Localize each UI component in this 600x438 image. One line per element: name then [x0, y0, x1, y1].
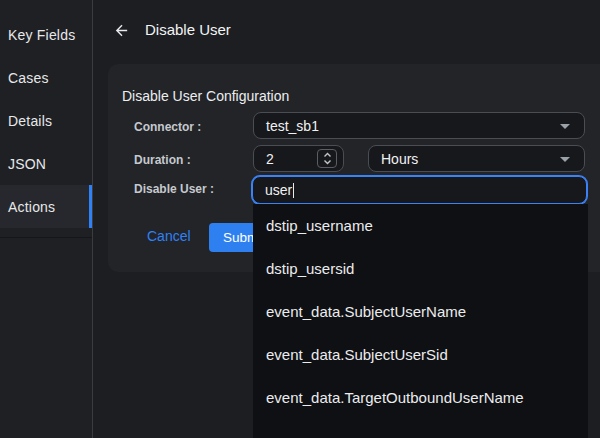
connector-select[interactable]: test_sb1: [253, 112, 585, 139]
duration-unit-select[interactable]: Hours: [368, 145, 585, 172]
duration-value: 2: [254, 151, 274, 167]
duration-unit-value: Hours: [369, 151, 418, 167]
chevron-down-icon: [560, 124, 570, 129]
sidebar-item-actions[interactable]: Actions: [0, 185, 92, 228]
disable-user-label: Disable User :: [134, 182, 214, 196]
autocomplete-dropdown: dstip_usernamedstip_usersidevent_data.Su…: [253, 204, 588, 438]
page-title: Disable User: [145, 21, 231, 38]
back-button[interactable]: [111, 20, 131, 40]
sidebar-item-key-fields[interactable]: Key Fields: [0, 13, 92, 56]
duration-stepper[interactable]: [317, 149, 337, 168]
chevron-down-icon: [560, 157, 570, 162]
autocomplete-option[interactable]: event_data.SubjectUserSid: [253, 333, 588, 376]
duration-input[interactable]: 2: [253, 145, 344, 172]
connector-value: test_sb1: [254, 118, 319, 134]
autocomplete-list: dstip_usernamedstip_usersidevent_data.Su…: [253, 204, 588, 419]
disable-user-value: user: [253, 182, 292, 198]
duration-label: Duration :: [134, 153, 191, 167]
cancel-button[interactable]: Cancel: [147, 228, 191, 244]
stepper-up-down-icon: [323, 152, 332, 165]
text-cursor: [293, 183, 294, 198]
autocomplete-option[interactable]: dstip_usersid: [253, 247, 588, 290]
sidebar-item-cases[interactable]: Cases: [0, 56, 92, 99]
sidebar-list: Key FieldsCasesDetailsJSONActions: [0, 0, 92, 238]
sidebar: Key FieldsCasesDetailsJSONActions: [0, 0, 93, 438]
autocomplete-option[interactable]: event_data.TargetOutboundUserName: [253, 376, 588, 419]
connector-label: Connector :: [134, 120, 201, 134]
autocomplete-option[interactable]: event_data.SubjectUserName: [253, 290, 588, 333]
disable-user-input[interactable]: user: [252, 176, 587, 204]
arrow-left-icon: [113, 22, 130, 39]
sidebar-item-details[interactable]: Details: [0, 99, 92, 142]
autocomplete-option[interactable]: dstip_username: [253, 204, 588, 247]
card-title: Disable User Configuration: [122, 88, 289, 104]
sidebar-item-json[interactable]: JSON: [0, 142, 92, 185]
